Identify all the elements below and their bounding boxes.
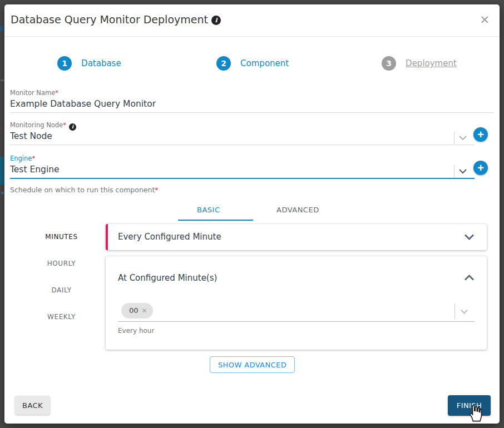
back-button[interactable]: BACK xyxy=(15,396,50,415)
frequency-minutes[interactable]: MINUTES xyxy=(21,233,102,241)
background-overlay-fragment xyxy=(1,79,4,81)
monitor-name-label: Monitor Name* xyxy=(10,89,58,97)
step-number-badge: 2 xyxy=(216,56,231,71)
minute-chip-value: 00 xyxy=(129,306,139,315)
chevron-down-icon[interactable] xyxy=(458,168,467,175)
engine-select-input[interactable] xyxy=(10,163,475,179)
chevron-up-icon[interactable] xyxy=(464,274,475,281)
engine-label: Engine* xyxy=(10,155,35,162)
show-advanced-button[interactable]: SHOW ADVANCED xyxy=(210,356,295,373)
required-asterisk: * xyxy=(155,186,158,194)
step-number-badge: 1 xyxy=(57,56,72,71)
dialog-header: Database Query Monitor Deploymenti ✕ xyxy=(4,4,500,37)
step-database[interactable]: 1 Database xyxy=(57,56,121,71)
active-frequency-bar xyxy=(106,224,108,250)
schedule-card-at-configured-minutes[interactable]: At Configured Minute(s) 00✕ Every hour xyxy=(106,256,487,350)
step-component[interactable]: 2 Component xyxy=(216,56,289,71)
background-overlay-fragment xyxy=(0,157,4,185)
card-title: Every Configured Minute xyxy=(118,232,221,242)
step-deployment: 3 Deployment xyxy=(382,56,457,71)
info-icon[interactable]: i xyxy=(211,16,221,25)
chip-remove-icon[interactable]: ✕ xyxy=(142,307,147,315)
chevron-down-icon[interactable] xyxy=(464,233,475,241)
required-asterisk: * xyxy=(63,121,66,129)
active-tab-indicator xyxy=(178,220,253,221)
close-icon[interactable]: ✕ xyxy=(480,13,490,27)
monitor-name-input[interactable] xyxy=(10,98,494,113)
card-title: At Configured Minute(s) xyxy=(118,273,217,283)
chevron-down-icon[interactable] xyxy=(458,135,467,141)
finish-button[interactable]: FINISH xyxy=(448,395,491,416)
deployment-wizard-dialog: Database Query Monitor Deploymenti ✕ 1 D… xyxy=(4,4,500,424)
monitoring-node-select-input[interactable] xyxy=(10,130,475,145)
frequency-daily[interactable]: DAILY xyxy=(21,286,102,294)
step-label: Deployment xyxy=(406,58,457,68)
background-overlay-fragment xyxy=(1,127,3,129)
dialog-title: Database Query Monitor Deploymenti xyxy=(11,13,221,26)
background-overlay-fragment xyxy=(0,26,3,31)
card-helper-text: Every hour xyxy=(118,327,154,335)
minute-chip[interactable]: 00✕ xyxy=(121,303,153,318)
divider xyxy=(454,303,455,319)
add-engine-button[interactable]: + xyxy=(473,161,488,175)
step-number-badge: 3 xyxy=(382,56,396,71)
step-label: Database xyxy=(81,58,121,68)
divider xyxy=(454,132,454,144)
minutes-input-underline xyxy=(118,321,475,322)
required-asterisk: * xyxy=(32,155,35,162)
frequency-weekly[interactable]: WEEKLY xyxy=(21,313,102,321)
background-overlay-fragment xyxy=(1,192,4,194)
tab-basic[interactable]: BASIC xyxy=(197,206,220,214)
monitoring-node-label: Monitoring Node*i xyxy=(10,121,76,131)
schedule-label: Schedule on which to run this component* xyxy=(10,186,159,194)
frequency-hourly[interactable]: HOURLY xyxy=(21,260,102,267)
required-asterisk: * xyxy=(55,89,58,97)
step-label: Component xyxy=(240,58,289,68)
add-monitoring-node-button[interactable]: + xyxy=(473,127,488,142)
tab-advanced[interactable]: ADVANCED xyxy=(276,206,319,214)
schedule-card-every-configured-minute[interactable]: Every Configured Minute xyxy=(106,224,487,250)
chevron-down-icon[interactable] xyxy=(460,308,468,315)
dialog-title-text: Database Query Monitor Deployment xyxy=(11,13,208,26)
divider xyxy=(454,165,454,177)
